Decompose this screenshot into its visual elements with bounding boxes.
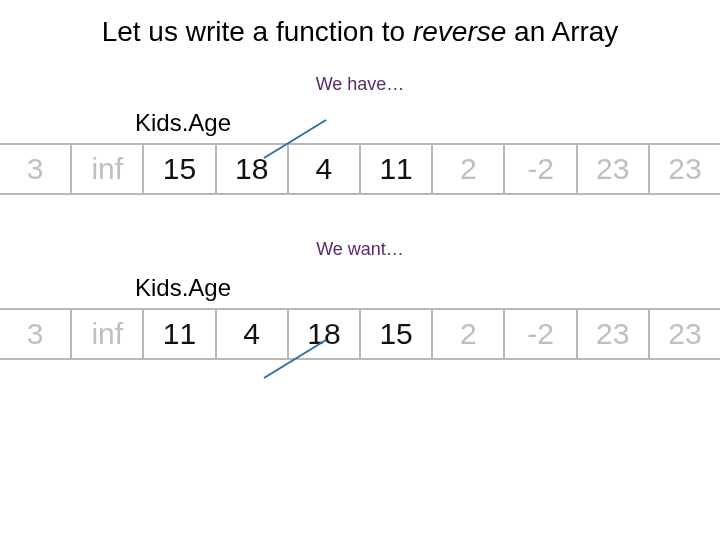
array-cell: 2: [433, 308, 505, 360]
array-cell: 11: [361, 143, 433, 195]
array-cell: 15: [144, 143, 216, 195]
array-cell: 11: [144, 308, 216, 360]
var-label-have: Kids.Age: [135, 109, 720, 137]
array-cell: inf: [72, 308, 144, 360]
caption-have: We have…: [0, 74, 720, 95]
var-label-want: Kids.Age: [135, 274, 720, 302]
caption-want: We want…: [0, 239, 720, 260]
title-emphasis: reverse: [413, 16, 506, 47]
array-cell: 4: [217, 308, 289, 360]
title-suffix: an Array: [506, 16, 618, 47]
array-row-have: 3inf15184112-22323: [0, 143, 720, 195]
array-cell: 4: [289, 143, 361, 195]
array-cell: 3: [0, 143, 72, 195]
slide-title: Let us write a function to reverse an Ar…: [0, 0, 720, 48]
array-cell: 18: [217, 143, 289, 195]
array-cell: 23: [650, 308, 720, 360]
array-cell: 23: [578, 308, 650, 360]
array-cell: 23: [650, 143, 720, 195]
array-cell: 15: [361, 308, 433, 360]
title-prefix: Let us write a function to: [102, 16, 413, 47]
array-cell: -2: [505, 143, 577, 195]
array-cell: 18: [289, 308, 361, 360]
array-row-want: 3inf11418152-22323: [0, 308, 720, 360]
array-cell: 3: [0, 308, 72, 360]
array-cell: 23: [578, 143, 650, 195]
array-cell: -2: [505, 308, 577, 360]
array-cell: 2: [433, 143, 505, 195]
array-cell: inf: [72, 143, 144, 195]
